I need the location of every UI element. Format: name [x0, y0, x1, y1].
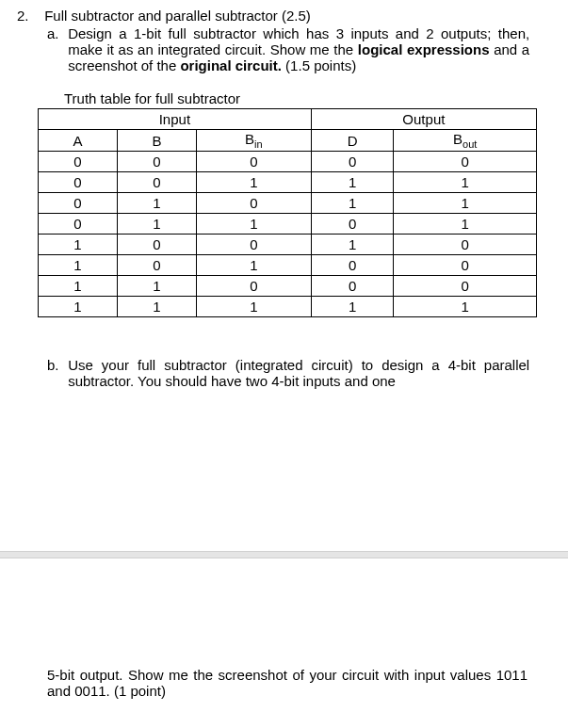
cell: 1 [196, 255, 311, 276]
cell: 0 [117, 235, 196, 255]
cell: 1 [196, 214, 311, 235]
table-header-group: Input Output [39, 109, 537, 130]
table-row: 1 1 0 0 0 [39, 276, 537, 297]
col-a: A [39, 130, 118, 152]
cell: 0 [39, 214, 118, 235]
page-break-divider [0, 551, 568, 558]
col-bin: Bin [196, 130, 311, 152]
cell: 1 [311, 297, 394, 317]
part-b-text: Use your full subtractor (integrated cir… [68, 357, 529, 389]
cell: 1 [39, 276, 118, 297]
cell: 1 [39, 297, 118, 317]
header-output: Output [311, 109, 536, 130]
cell: 0 [394, 152, 537, 172]
col-d: D [311, 130, 394, 152]
part-b-continuation: 5-bit output. Show me the screenshot of … [47, 667, 527, 699]
cell: 0 [311, 276, 394, 297]
cell: 0 [311, 214, 394, 235]
cell: 1 [196, 172, 311, 193]
cell: 1 [394, 297, 537, 317]
table-row: 0 0 1 1 1 [39, 172, 537, 193]
table-row: 0 0 0 0 0 [39, 152, 537, 172]
table-row: 0 1 0 1 1 [39, 193, 537, 214]
part-a-bold-2: original circuit. [180, 57, 282, 73]
part-a: a. Design a 1-bit full subtractor which … [47, 25, 551, 73]
cell: 0 [117, 255, 196, 276]
cell: 0 [196, 276, 311, 297]
question-header: 2. Full subtractor and parallel subtract… [17, 8, 551, 24]
table-caption: Truth table for full subtractor [64, 90, 551, 106]
question-title: Full subtractor and parallel subtractor … [44, 8, 311, 24]
cell: 1 [394, 193, 537, 214]
cell: 0 [117, 152, 196, 172]
question-number: 2. [17, 8, 29, 24]
part-a-text: Design a 1-bit full subtractor which has… [68, 25, 529, 73]
cell: 0 [196, 235, 311, 255]
cell: 1 [117, 276, 196, 297]
cell: 0 [394, 235, 537, 255]
cell: 1 [39, 235, 118, 255]
table-header-cols: A B Bin D Bout [39, 130, 537, 152]
cell: 0 [394, 276, 537, 297]
cell: 0 [39, 193, 118, 214]
part-a-bold-1: logical expressions [358, 41, 490, 57]
header-input: Input [39, 109, 312, 130]
cell: 0 [394, 255, 537, 276]
table-row: 0 1 1 0 1 [39, 214, 537, 235]
cell: 0 [311, 255, 394, 276]
cell: 1 [39, 255, 118, 276]
table-row: 1 0 1 0 0 [39, 255, 537, 276]
part-b: b. Use your full subtractor (integrated … [47, 357, 551, 389]
cell: 0 [39, 172, 118, 193]
col-b: B [117, 130, 196, 152]
cell: 0 [311, 152, 394, 172]
truth-table: Input Output A B Bin D Bout 0 0 0 0 0 0 … [38, 108, 537, 317]
cell: 0 [196, 152, 311, 172]
col-bout: Bout [394, 130, 537, 152]
table-row: 1 1 1 1 1 [39, 297, 537, 317]
cell: 1 [117, 193, 196, 214]
cell: 1 [311, 235, 394, 255]
cell: 1 [196, 297, 311, 317]
part-a-text-3: (1.5 points) [282, 57, 356, 73]
table-row: 1 0 0 1 0 [39, 235, 537, 255]
part-b-letter: b. [47, 357, 64, 373]
cell: 1 [117, 297, 196, 317]
cell: 0 [39, 152, 118, 172]
cell: 0 [117, 172, 196, 193]
cell: 1 [394, 214, 537, 235]
cell: 1 [311, 172, 394, 193]
cell: 1 [394, 172, 537, 193]
cell: 0 [196, 193, 311, 214]
cell: 1 [117, 214, 196, 235]
cell: 1 [311, 193, 394, 214]
part-a-letter: a. [47, 25, 64, 41]
